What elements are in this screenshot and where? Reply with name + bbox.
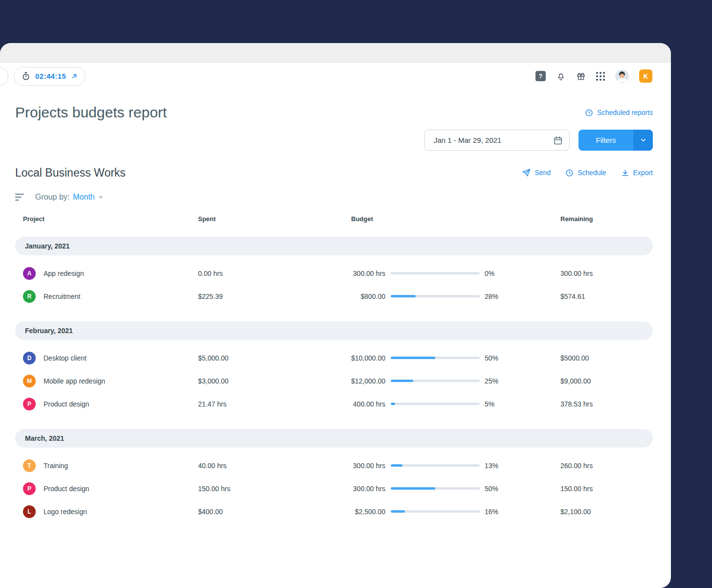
percent-value: 50% xyxy=(484,354,511,362)
project-avatar: A xyxy=(23,267,36,280)
budget-progress-bar xyxy=(391,272,480,274)
organization-badge[interactable]: K xyxy=(639,69,652,83)
schedule-label: Schedule xyxy=(578,169,606,177)
remaining-value: 150.00 hrs xyxy=(511,485,653,493)
table-header: Project Spent Budget Remaining xyxy=(15,215,653,223)
budget-progress-bar xyxy=(391,357,480,359)
group-by-label: Group by: xyxy=(35,193,69,202)
calendar-icon xyxy=(553,136,563,145)
progress-fill xyxy=(391,295,416,297)
app-window: 02:44:15 ? xyxy=(0,43,671,588)
client-section-header: Local Business Works Send xyxy=(15,165,653,180)
sidebar-collapse-button[interactable] xyxy=(0,67,8,86)
project-cell[interactable]: L Logo redesign xyxy=(15,505,198,518)
remaining-value: 378.53 hrs xyxy=(511,400,653,408)
remaining-value: $574.61 xyxy=(511,293,653,300)
report-actions: Send Schedule Expo xyxy=(522,168,653,177)
budget-value: 400.00 hrs xyxy=(351,400,385,408)
group-header: February, 2021 xyxy=(15,321,653,340)
spent-value: $5,000.00 xyxy=(198,354,351,362)
table-body: January, 2021 A App redesign 0.00 hrs 30… xyxy=(15,237,653,523)
group-by-value: Month xyxy=(73,193,94,202)
project-cell[interactable]: P Product design xyxy=(15,398,198,410)
remaining-value: 300.00 hrs xyxy=(511,270,653,277)
project-cell[interactable]: T Training xyxy=(15,459,198,472)
remaining-value: $5000.00 xyxy=(511,354,653,362)
scheduled-reports-link[interactable]: Scheduled reports xyxy=(585,109,653,117)
column-header-project: Project xyxy=(15,215,198,223)
timer-value: 02:44:15 xyxy=(35,72,66,80)
budget-value: 300.00 hrs xyxy=(351,270,385,277)
project-name: Training xyxy=(44,462,68,470)
group-rows: D Desktop client $5,000.00 $10,000.00 50… xyxy=(15,346,653,415)
remaining-value: $2,100.00 xyxy=(511,508,653,516)
progress-fill xyxy=(391,403,395,405)
progress-cell xyxy=(385,357,484,359)
progress-cell xyxy=(385,510,484,513)
filters-button[interactable]: Filters xyxy=(578,130,633,151)
group-header: January, 2021 xyxy=(15,237,653,255)
project-cell[interactable]: M Mobile app redesign xyxy=(15,375,198,387)
budget-value: $10,000.00 xyxy=(351,354,385,362)
page-header: Projects budgets report Scheduled report… xyxy=(15,103,653,122)
schedule-button[interactable]: Schedule xyxy=(565,168,606,177)
percent-value: 25% xyxy=(484,377,511,385)
spent-value: 150.00 hrs xyxy=(198,485,351,493)
project-name: Recruitment xyxy=(44,293,80,300)
column-header-budget: Budget xyxy=(351,215,385,223)
percent-value: 50% xyxy=(484,485,511,493)
progress-cell xyxy=(385,464,484,467)
budget-progress-bar xyxy=(391,464,480,467)
group-rows: A App redesign 0.00 hrs 300.00 hrs 0% 30… xyxy=(15,262,653,308)
column-header-spent: Spent xyxy=(198,215,351,223)
stopwatch-icon xyxy=(22,72,30,81)
filters-dropdown-button[interactable] xyxy=(633,130,653,151)
table-row: P Product design 21.47 hrs 400.00 hrs 5%… xyxy=(15,392,653,415)
table-row: P Product design 150.00 hrs 300.00 hrs 5… xyxy=(15,477,653,500)
date-range-value: Jan 1 - Mar 29, 2021 xyxy=(434,136,501,144)
timer-widget[interactable]: 02:44:15 xyxy=(14,67,86,86)
help-icon[interactable]: ? xyxy=(535,71,546,81)
project-cell[interactable]: A App redesign xyxy=(15,267,198,280)
project-avatar: T xyxy=(23,459,36,472)
progress-fill xyxy=(391,357,435,359)
budget-value: 300.00 hrs xyxy=(351,462,385,470)
chevron-down-icon xyxy=(98,194,104,200)
budget-progress-bar xyxy=(391,380,480,382)
gift-icon[interactable] xyxy=(576,71,586,81)
progress-cell xyxy=(385,295,484,297)
apps-grid-icon[interactable] xyxy=(596,72,605,81)
project-avatar: D xyxy=(23,352,36,364)
table-group: February, 2021 D Desktop client $5,000.0… xyxy=(15,321,653,415)
send-label: Send xyxy=(534,169,551,177)
sort-icon[interactable] xyxy=(15,194,24,201)
report-controls: Jan 1 - Mar 29, 2021 Filters xyxy=(15,130,653,151)
client-name: Local Business Works xyxy=(15,165,126,180)
group-header: March, 2021 xyxy=(15,429,653,448)
group-by-dropdown[interactable]: Month xyxy=(73,193,103,202)
project-cell[interactable]: D Desktop client xyxy=(15,352,198,364)
export-button[interactable]: Export xyxy=(621,168,653,177)
project-name: App redesign xyxy=(44,270,84,277)
budget-value: $2,500.00 xyxy=(351,508,385,516)
percent-value: 0% xyxy=(484,270,511,277)
progress-cell xyxy=(385,380,484,382)
project-cell[interactable]: R Recruitment xyxy=(15,290,198,303)
table-row: R Recruitment $225.39 $800.00 28% $574.6… xyxy=(15,285,653,308)
group-label: February, 2021 xyxy=(25,327,73,335)
table-group: January, 2021 A App redesign 0.00 hrs 30… xyxy=(15,237,653,308)
send-button[interactable]: Send xyxy=(522,168,551,177)
spent-value: $400.00 xyxy=(198,508,351,516)
project-cell[interactable]: P Product design xyxy=(15,482,198,495)
project-name: Product design xyxy=(44,485,89,493)
group-label: March, 2021 xyxy=(25,434,64,442)
budget-value: $12,000.00 xyxy=(351,377,385,385)
table-row: A App redesign 0.00 hrs 300.00 hrs 0% 30… xyxy=(15,262,653,285)
date-range-input[interactable]: Jan 1 - Mar 29, 2021 xyxy=(424,130,570,151)
export-label: Export xyxy=(633,169,653,177)
notifications-bell-icon[interactable] xyxy=(556,71,566,81)
remaining-value: 260.00 hrs xyxy=(511,462,653,470)
open-timer-icon[interactable] xyxy=(71,73,78,80)
percent-value: 13% xyxy=(484,462,511,470)
user-avatar[interactable] xyxy=(615,69,629,83)
